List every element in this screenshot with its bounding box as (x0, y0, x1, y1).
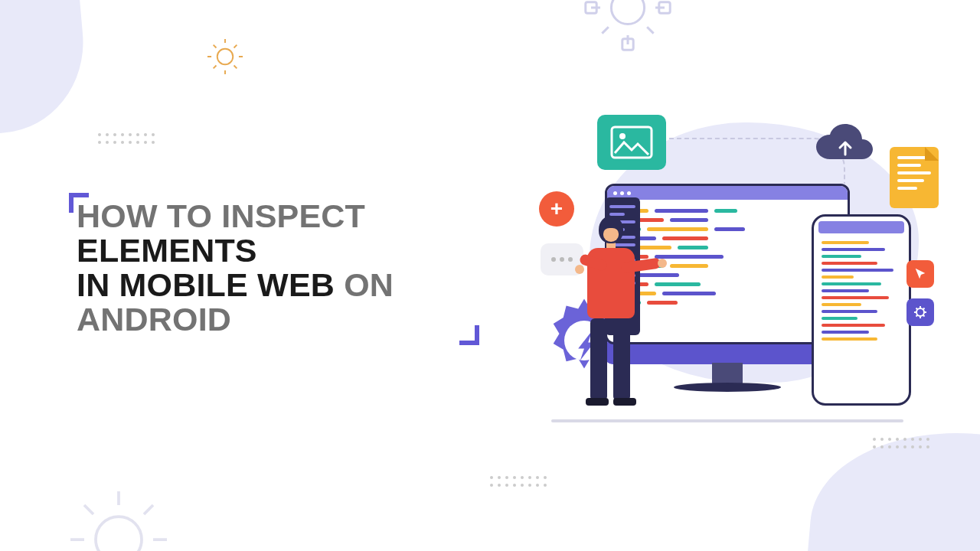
decorative-dots (490, 476, 547, 487)
settings-gear-icon (906, 298, 934, 326)
svg-point-0 (611, 0, 644, 24)
cursor-icon (906, 260, 934, 288)
title-segment: MOBILE WEB (119, 266, 345, 303)
gear-icon (201, 32, 250, 81)
title-segment: HOW TO INSPECT (77, 197, 365, 234)
corner-bracket-icon (459, 325, 479, 345)
svg-point-8 (619, 133, 626, 139)
cloud-upload-icon (812, 122, 880, 171)
title-segment: IN (77, 266, 119, 303)
image-card-icon (597, 115, 666, 170)
svg-point-6 (96, 517, 142, 551)
person-illustration (573, 216, 649, 416)
hero-title: HOW TO INSPECT ELEMENTS IN MOBILE WEB ON… (77, 199, 475, 337)
gear-icon (582, 0, 674, 54)
bg-blob-top-left (0, 0, 90, 135)
svg-point-5 (217, 49, 233, 64)
decorative-dots (98, 133, 155, 144)
floor-line (551, 419, 903, 422)
title-segment: ELEMENTS (77, 232, 257, 269)
corner-bracket-icon (69, 193, 89, 213)
hero-illustration: + (482, 99, 957, 459)
mobile-phone (812, 214, 911, 406)
plus-circle-icon: + (539, 191, 574, 227)
title-text: HOW TO INSPECT ELEMENTS IN MOBILE WEB ON… (77, 199, 475, 337)
document-icon (890, 147, 939, 208)
gear-icon (61, 482, 176, 551)
